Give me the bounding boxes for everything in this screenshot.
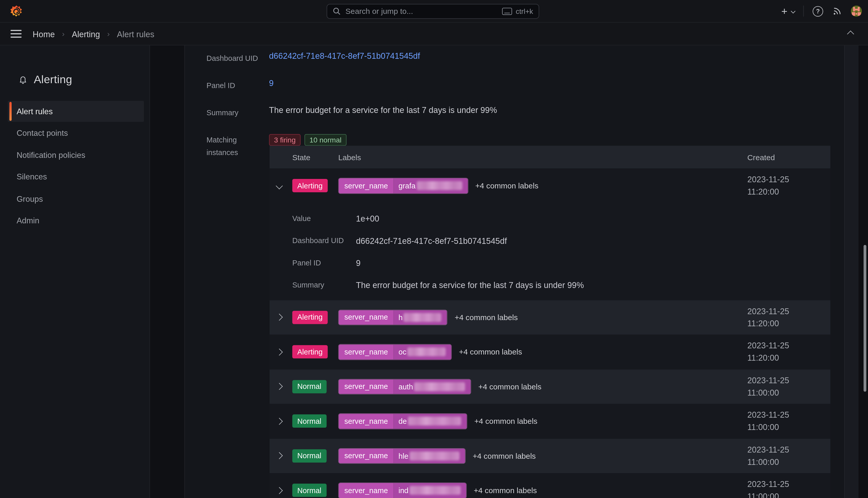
label-pill: server_name grafa xyxy=(338,178,468,194)
normal-count-badge: 10 normal xyxy=(304,134,347,146)
redacted-value xyxy=(408,348,446,356)
breadcrumb-bar: Home › Alerting › Alert rules xyxy=(0,23,868,45)
label-pill: server_name de xyxy=(338,413,467,429)
global-search[interactable]: ctrl+k xyxy=(327,4,539,18)
help-icon[interactable]: ? xyxy=(813,6,823,16)
sidebar-item-alert-rules[interactable]: Alert rules xyxy=(0,100,150,122)
created-cell: 2023-11-2511:00:00 xyxy=(747,444,789,468)
common-labels: +4 common labels xyxy=(455,313,518,322)
detail-dashboard-uid: Dashboard UID d66242cf-71e8-417c-8ef7-51… xyxy=(293,230,830,252)
created-cell: 2023-11-2511:20:00 xyxy=(747,173,789,198)
topbar-divider xyxy=(803,6,804,17)
label-pill: server_name hle xyxy=(338,448,465,464)
label-pill: server_name oc xyxy=(338,344,452,360)
sidebar-item-notification-policies[interactable]: Notification policies xyxy=(0,144,150,166)
news-rss-icon[interactable] xyxy=(832,6,842,16)
table-row[interactable]: Alerting server_name oc +4 common labels… xyxy=(270,335,830,369)
sidebar-item-admin[interactable]: Admin xyxy=(0,210,150,232)
breadcrumb-separator: › xyxy=(62,29,65,38)
table-row[interactable]: Normal server_name hle +4 common labels … xyxy=(270,438,830,473)
bell-icon xyxy=(18,75,28,84)
sidebar-header: Alerting xyxy=(0,45,150,86)
sidebar-item-groups[interactable]: Groups xyxy=(0,188,150,210)
expand-row-icon[interactable] xyxy=(277,419,292,423)
alerting-sidebar: Alerting Alert rules Contact points Noti… xyxy=(0,45,150,498)
label-pill: server_name h xyxy=(338,309,448,325)
state-badge: Alerting xyxy=(293,311,328,324)
scrollbar-track[interactable] xyxy=(858,45,868,498)
state-badge: Alerting xyxy=(293,345,328,358)
grafana-app: ctrl+k + ? xyxy=(0,0,868,498)
expand-row-icon[interactable] xyxy=(277,453,292,458)
sidebar-item-contact-points[interactable]: Contact points xyxy=(0,122,150,144)
redacted-value xyxy=(414,382,465,391)
grafana-logo-icon[interactable] xyxy=(11,5,23,17)
search-input[interactable] xyxy=(344,6,498,16)
table-row[interactable]: Normal server_name ind +4 common labels … xyxy=(270,473,830,498)
created-cell: 2023-11-2511:00:00 xyxy=(747,374,789,399)
scrollbar-thumb[interactable] xyxy=(864,245,866,392)
created-cell: 2023-11-2511:00:00 xyxy=(747,478,789,498)
created-cell: 2023-11-2511:20:00 xyxy=(747,305,789,330)
table-row[interactable]: Normal server_name auth +4 common labels… xyxy=(270,369,830,404)
redacted-value xyxy=(408,417,461,425)
common-labels: +4 common labels xyxy=(475,181,538,190)
common-labels: +4 common labels xyxy=(474,417,537,425)
table-row[interactable]: Normal server_name de +4 common labels 2… xyxy=(270,404,830,438)
instances-table: State Labels Created Alerting server_nam… xyxy=(270,146,830,498)
meta-label: Summary xyxy=(206,105,269,119)
collapse-row-icon[interactable] xyxy=(277,183,292,188)
detail-panel-id: Panel ID 9 xyxy=(293,252,830,274)
firing-count-badge: 3 firing xyxy=(269,134,301,146)
expand-row-icon[interactable] xyxy=(277,384,292,389)
header-state: State xyxy=(293,153,338,162)
panel-id-link[interactable]: 9 xyxy=(269,78,274,92)
table-row[interactable]: Alerting server_name h +4 common labels … xyxy=(270,300,830,335)
user-avatar[interactable] xyxy=(851,6,862,17)
sidebar-nav: Alert rules Contact points Notification … xyxy=(0,100,150,232)
table-header: State Labels Created xyxy=(270,146,830,168)
redacted-value xyxy=(410,486,461,495)
breadcrumb-current: Alert rules xyxy=(117,29,154,39)
common-labels: +4 common labels xyxy=(478,382,541,391)
add-menu-button[interactable]: + xyxy=(781,6,795,16)
menu-toggle-icon[interactable] xyxy=(11,30,22,38)
chevron-down-icon xyxy=(791,9,795,13)
breadcrumb-alerting[interactable]: Alerting xyxy=(72,29,100,39)
sidebar-item-silences[interactable]: Silences xyxy=(0,166,150,188)
created-cell: 2023-11-2511:20:00 xyxy=(747,340,789,364)
common-labels: +4 common labels xyxy=(474,486,537,495)
state-badge: Normal xyxy=(293,380,327,393)
common-labels: +4 common labels xyxy=(459,348,522,356)
meta-dashboard-uid: Dashboard UID d66242cf-71e8-417c-8ef7-51… xyxy=(206,51,815,65)
expand-row-icon[interactable] xyxy=(277,349,292,354)
summary-text: The error budget for a service for the l… xyxy=(269,105,497,119)
dashboard-uid-link[interactable]: d66242cf-71e8-417c-8ef7-51b0741545df xyxy=(356,236,507,245)
expand-row-icon[interactable] xyxy=(277,315,292,319)
keyboard-icon xyxy=(502,8,512,15)
breadcrumb-home[interactable]: Home xyxy=(32,29,55,39)
state-badge: Normal xyxy=(293,449,327,462)
collapse-section-button[interactable] xyxy=(848,29,853,39)
label-pill: server_name ind xyxy=(338,483,466,498)
search-icon xyxy=(333,7,340,15)
state-badge: Normal xyxy=(293,484,327,497)
meta-summary: Summary The error budget for a service f… xyxy=(206,105,815,119)
expand-row-icon[interactable] xyxy=(277,488,292,493)
label-pill: server_name auth xyxy=(338,379,471,395)
meta-label: Matching instances xyxy=(206,132,262,159)
detail-summary: Summary The error budget for a service f… xyxy=(293,274,830,296)
header-created: Created xyxy=(747,153,775,162)
redacted-value xyxy=(404,313,442,322)
plus-icon: + xyxy=(781,6,787,16)
panel-id-link[interactable]: 9 xyxy=(356,258,361,268)
instance-details: Value 1e+00 Dashboard UID d66242cf-71e8-… xyxy=(293,203,830,300)
dashboard-uid-link[interactable]: d66242cf-71e8-417c-8ef7-51b0741545df xyxy=(269,51,420,65)
content-divider-right xyxy=(844,45,845,498)
topbar-actions: + ? xyxy=(781,0,862,22)
state-badge: Alerting xyxy=(293,179,328,193)
table-row[interactable]: Alerting server_name grafa +4 common lab… xyxy=(270,168,830,300)
common-labels: +4 common labels xyxy=(473,451,536,460)
breadcrumb: Home › Alerting › Alert rules xyxy=(32,29,154,39)
search-shortcut: ctrl+k xyxy=(516,7,533,15)
